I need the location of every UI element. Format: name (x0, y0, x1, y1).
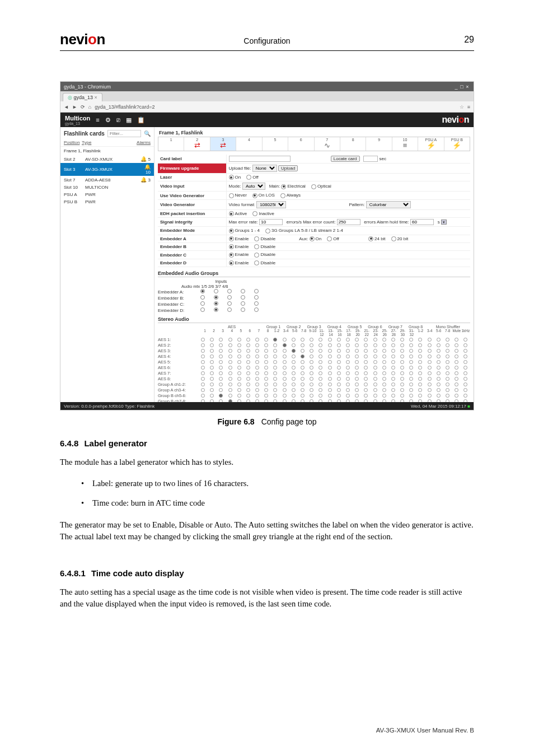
max-error-rate[interactable] (259, 219, 283, 225)
sidebar-row[interactable]: Slot 7ADDA-AES8🔔 3 (60, 176, 154, 184)
slot-cell[interactable]: 7∿ (315, 137, 340, 151)
cfg-controls[interactable]: Video format: 108025i Pattern: Colorbar (226, 199, 470, 209)
cfg-label: Embedder D (158, 259, 226, 267)
page-section-title: Configuration (243, 36, 290, 45)
cfg-label: Embedder Mode (158, 227, 226, 235)
cfg-controls[interactable]: Groups 1 - 43G Groups LA 5-8 / LB stream… (226, 227, 470, 235)
sidebar-row[interactable]: PSU APWR (60, 191, 154, 198)
sidebar-columns: PositionTypeAlarms (60, 139, 154, 147)
locate-sec-input[interactable] (363, 156, 378, 162)
upload-button[interactable]: Upload (278, 165, 298, 171)
sidebar-row[interactable]: PSU BPWR (60, 198, 154, 206)
embedded-groups-grid: Inputs Audio mtx 1/5 2/6 3/7 4/8 Embedde… (158, 279, 470, 313)
max-icon[interactable]: □ (459, 84, 465, 90)
home-icon[interactable]: ⌂ (88, 104, 91, 110)
stereo-audio-grid: AESGroup 1Group 2Group 3Group 4Group 5Gr… (158, 325, 470, 402)
locate-card-button[interactable]: Locate card (331, 156, 360, 162)
header-rule (60, 50, 474, 51)
alarm-hold[interactable] (410, 219, 434, 225)
cfg-controls[interactable]: OnOff (226, 174, 470, 181)
sliders-icon[interactable]: ⎚ (116, 116, 120, 124)
sidebar-title: Flashlink cards (64, 130, 105, 137)
main-panel: Frame 1, Flashlink 12⇄3⇄4567∿8910≡PSU A⚡… (154, 127, 474, 402)
cfg-label: Video input (158, 181, 226, 192)
figure-caption: Figure 6.8Config page top (218, 417, 317, 426)
cfg-label: Card label (158, 155, 226, 164)
frame-title: Frame 1, Flashlink (158, 129, 470, 136)
cfg-controls[interactable]: Upload file: None Upload (226, 164, 470, 174)
cfg-label: Signal integrity (158, 218, 226, 227)
screenshot: gyda_13 - Chromium _□× ◎ gyda_13 × ◄ ► ⟳… (60, 81, 474, 410)
card-label-input[interactable] (229, 156, 291, 162)
app-brand: nevion (442, 115, 469, 125)
sidebar: Flashlink cards 🔍 PositionTypeAlarms Fra… (60, 127, 154, 402)
menu-bars-icon[interactable]: ≡ (96, 116, 99, 124)
slot-cell[interactable]: 10≡ (392, 137, 418, 151)
grid-icon[interactable]: ▦ (126, 116, 132, 124)
page-number: 29 (464, 35, 474, 45)
cfg-controls[interactable]: EnableDisable Aux: OnOff 24 bit20 bit (226, 235, 470, 242)
upload-file-select[interactable]: None (252, 165, 277, 172)
video-input-mode[interactable]: Auto (242, 183, 265, 190)
cfg-label: Laser (158, 174, 226, 181)
slot-cell[interactable]: 2⇄ (184, 137, 210, 151)
pattern-select[interactable]: Colorbar (366, 201, 411, 208)
nav-back-icon[interactable]: ◄ (64, 104, 69, 110)
bookmark-icon[interactable]: ☆ (460, 104, 464, 110)
settings-icon[interactable]: ⚙ (105, 116, 111, 124)
slot-cell[interactable]: PSU A⚡ (418, 137, 444, 151)
section-648: 6.4.8Label generator (60, 438, 147, 448)
cfg-controls[interactable]: EnableDisable (226, 259, 470, 267)
cfg-controls[interactable]: EnableDisable (226, 242, 470, 250)
embedded-groups-title: Embedded Audio Groups (158, 270, 470, 277)
brand-logo: nevion (60, 31, 105, 48)
cfg-label: Firmware upgrade (158, 164, 226, 174)
browser-tab[interactable]: ◎ gyda_13 × (63, 93, 102, 101)
cfg-controls[interactable]: Mode: Auto Main: ElectricalOptical (226, 181, 470, 192)
cfg-controls[interactable]: EnableDisable (226, 251, 470, 259)
min-icon[interactable]: _ (453, 84, 459, 90)
cfg-label: Embedder B (158, 242, 226, 250)
url-text[interactable]: gyda_13/#flashlink?card=2 (95, 104, 154, 110)
max-error-count[interactable] (337, 219, 360, 225)
cfg-controls[interactable]: Locate card sec (226, 155, 470, 164)
bullet-1: Label: generate up to two lines of 16 ch… (92, 479, 474, 488)
sidebar-filter[interactable] (107, 130, 141, 137)
stereo-audio-title: Stereo Audio (158, 316, 470, 323)
slot-strip: 12⇄3⇄4567∿8910≡PSU A⚡PSU B⚡ (158, 137, 470, 151)
slot-cell[interactable]: 6 (288, 137, 314, 151)
cfg-controls[interactable]: NeverOn LOSAlways (226, 192, 470, 199)
sidebar-row[interactable]: Slot 10MULTICON (60, 184, 154, 191)
section-6481: 6.4.8.1Time code auto display (60, 568, 184, 578)
slot-cell[interactable]: PSU B⚡ (444, 137, 470, 151)
clipboard-icon[interactable]: 📋 (137, 116, 145, 124)
para-2: The generator may be set to Enable, Disa… (60, 519, 474, 543)
reload-icon[interactable]: ⟳ (81, 104, 85, 110)
para-1: The module has a label generator which h… (60, 456, 474, 468)
close-icon[interactable]: × (465, 84, 470, 90)
cfg-controls[interactable]: Max error rate: errors/s Max error count… (226, 218, 470, 227)
window-title-bar: gyda_13 - Chromium _□× (60, 82, 474, 91)
slot-cell[interactable]: 8 (340, 137, 366, 151)
cfg-label: EDH packet insertion (158, 209, 226, 217)
footer-text: AV-3G-XMUX User Manual Rev. B (376, 727, 474, 734)
menu-icon[interactable]: ≡ (467, 104, 470, 110)
slot-cell[interactable]: 5 (263, 137, 288, 151)
cfg-controls[interactable]: ActiveInactive (226, 209, 470, 217)
video-format[interactable]: 108025i (256, 201, 286, 208)
para-3: The auto setting has a special usage as … (60, 586, 474, 610)
config-table: Card label Locate card secFirmware upgra… (158, 155, 470, 267)
cfg-label: Use Video Generator (158, 192, 226, 199)
nav-fwd-icon[interactable]: ► (72, 104, 77, 110)
cfg-label: Video Generator (158, 199, 226, 209)
search-icon[interactable]: 🔍 (144, 130, 151, 137)
sidebar-frame: Frame 1, Flashlink (60, 147, 154, 155)
sidebar-row[interactable]: Slot 2AV-SD-XMUX🔔 5 (60, 155, 154, 163)
slot-cell[interactable]: 1 (158, 137, 184, 151)
slot-cell[interactable]: 3⇄ (210, 137, 236, 151)
slot-cell[interactable]: 9 (366, 137, 392, 151)
slot-cell[interactable]: 4 (236, 137, 262, 151)
app-sub: gyda_13 (65, 122, 90, 125)
bullet-2: Time code: burn in ATC time code (92, 498, 474, 508)
sidebar-row[interactable]: Slot 3AV-3G-XMUX🔔 10 (60, 163, 154, 176)
